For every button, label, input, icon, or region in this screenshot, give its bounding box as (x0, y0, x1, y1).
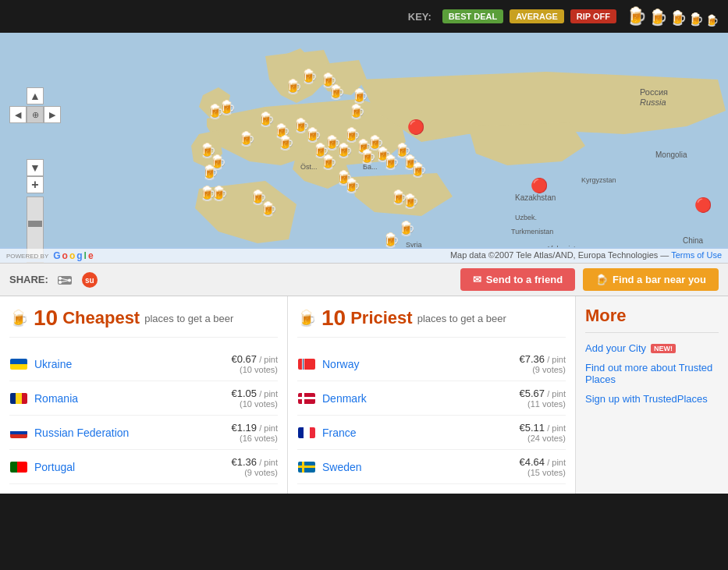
zoom-up-arrow[interactable]: ▲ (27, 87, 44, 104)
map-container: Zoom to your country to see city prices … (0, 33, 728, 263)
price-denmark: €5.67 / pint (11 votes) (503, 388, 566, 409)
country-norway[interactable]: Norway (322, 358, 497, 370)
map-marker-tr-2[interactable]: 🍺 (402, 193, 419, 210)
flag-romania (9, 392, 28, 405)
map-marker-1[interactable]: 🍺 (238, 130, 255, 147)
svg-text:Uzbek.: Uzbek. (515, 214, 537, 221)
priciest-title: 🍺 10 Priciest places to get a beer (297, 306, 566, 338)
terms-link[interactable]: Terms of Use (671, 250, 722, 260)
map-marker-2[interactable]: 🍺 (257, 111, 275, 128)
zoom-slider-thumb[interactable] (28, 221, 42, 227)
cheapest-row-3: Portugal €1.36 / pint (9 votes) (9, 450, 278, 484)
trusted-places-link[interactable]: Find out more about Trusted Places (585, 362, 719, 385)
beer-icon-2: 🍺 (648, 8, 668, 27)
new-badge: NEW! (651, 344, 676, 353)
priciest-row-0: Norway €7.36 / pint (9 votes) (297, 347, 566, 381)
map-marker-misc-4[interactable]: 🍺 (382, 232, 400, 249)
add-city-link[interactable]: Add your City NEW! (585, 342, 719, 354)
signup-link[interactable]: Sign up with TrustedPlaces (585, 393, 719, 405)
beer-icon-1: 🍺 (626, 6, 647, 27)
map-marker-ru-1[interactable]: 🔴 (407, 119, 424, 136)
map-marker-4[interactable]: 🍺 (277, 134, 294, 151)
map-marker-scan-1[interactable]: 🍺 (285, 78, 302, 95)
share-icon-generic[interactable] (56, 271, 73, 289)
svg-text:Russia: Russia (640, 97, 666, 107)
cheapest-row-0: Ukraine €0.67 / pint (10 votes) (9, 347, 278, 381)
zoom-controls: ▲ ◀ ⊕ ▶ ▼ + − (9, 87, 61, 263)
zoom-down-arrow[interactable]: ▼ (27, 159, 44, 176)
country-denmark[interactable]: Denmark (322, 392, 497, 405)
priciest-row-2: France €5.11 / pint (24 votes) (297, 416, 566, 450)
cheapest-panel: 🍺 10 Cheapest places to get a beer Ukrai… (0, 296, 288, 494)
key-label: KEY: (408, 11, 431, 23)
average-badge[interactable]: AVERAGE (510, 9, 564, 23)
zoom-center[interactable]: ⊕ (27, 106, 44, 123)
flag-portugal (9, 461, 28, 473)
best-deal-badge[interactable]: BEST DEAL (442, 9, 503, 23)
map-marker-se-2[interactable]: 🍺 (343, 177, 360, 194)
map-marker-ib-3[interactable]: 🍺 (201, 164, 218, 181)
priciest-icon: 🍺 (297, 309, 317, 327)
flag-denmark (297, 392, 316, 405)
map-marker-scan-5[interactable]: 🍺 (351, 87, 368, 104)
zoom-left[interactable]: ◀ (9, 106, 27, 123)
bar-icon: 🍺 (595, 274, 608, 285)
beer-icons: 🍺 🍺 🍺 🍺 🍺 (626, 6, 719, 27)
priciest-subtitle: places to get a beer (417, 313, 506, 324)
map-marker-pol2[interactable]: 🍺 (211, 185, 228, 202)
header: KEY: BEST DEAL AVERAGE RIP OFF 🍺 🍺 🍺 🍺 🍺 (0, 0, 728, 33)
stumbleupon-icon[interactable]: su (81, 271, 98, 289)
map-marker-scan-4[interactable]: 🍺 (328, 83, 345, 101)
more-panel: More Add your City NEW! Find out more ab… (576, 296, 728, 494)
priciest-row-1: Denmark €5.67 / pint (11 votes) (297, 381, 566, 416)
map-marker-6[interactable]: 🍺 (304, 126, 321, 143)
priciest-number: 10 (321, 306, 346, 331)
map-marker-8[interactable]: 🍺 (320, 154, 337, 171)
map-attribution: Map data ©2007 Tele Atlas/AND, Europa Te… (450, 250, 722, 261)
more-title: More (585, 306, 719, 333)
flag-ukraine (9, 358, 28, 370)
powered-by-text: POWERED BY (6, 253, 48, 260)
cheapest-word: Cheapest (62, 308, 140, 328)
country-portugal[interactable]: Portugal (34, 461, 209, 473)
country-france[interactable]: France (322, 427, 497, 439)
map-marker-china[interactable]: 🔴 (694, 196, 712, 214)
beer-icon-4: 🍺 (688, 12, 704, 27)
cheapest-row-2: Russian Federation €1.19 / pint (16 vote… (9, 416, 278, 450)
send-to-friend-button[interactable]: ✉ Send to a friend (460, 268, 575, 291)
flag-norway (297, 358, 316, 370)
country-sweden[interactable]: Sweden (322, 461, 497, 473)
find-bar-button[interactable]: 🍺 Find a bar near you (583, 268, 719, 291)
beer-icon-5: 🍺 (705, 14, 719, 27)
country-romania[interactable]: Romania (34, 392, 209, 405)
ripoff-badge[interactable]: RIP OFF (570, 9, 616, 23)
map-marker-bal[interactable]: 🍺 (348, 103, 365, 120)
price-france: €5.11 / pint (24 votes) (503, 422, 566, 443)
svg-text:China: China (683, 236, 704, 245)
send-icon: ✉ (473, 274, 481, 285)
cheapest-number: 10 (34, 306, 58, 331)
zoom-right[interactable]: ▶ (44, 106, 61, 123)
flag-sweden (297, 461, 316, 473)
price-ukraine: €0.67 / pint (10 votes) (215, 353, 278, 374)
zoom-nav: ◀ ⊕ ▶ (9, 106, 61, 158)
priciest-panel: 🍺 10 Priciest places to get a beer Norwa… (288, 296, 576, 494)
map-marker-10[interactable]: 🍺 (336, 142, 353, 159)
share-bar: SHARE: su ✉ Send to a friend 🍺 Find a ba… (0, 263, 728, 296)
map-marker-uk-2[interactable]: 🍺 (218, 99, 236, 116)
price-russia: €1.19 / pint (16 votes) (215, 422, 278, 443)
map-marker-scan-2[interactable]: 🍺 (300, 68, 318, 85)
map-marker-19[interactable]: 🍺 (410, 161, 427, 179)
flag-russia (9, 427, 28, 439)
zoom-plus-btn[interactable]: + (27, 176, 44, 193)
map-marker-misc-3[interactable]: 🍺 (398, 220, 415, 237)
country-ukraine[interactable]: Ukraine (34, 358, 209, 370)
price-sweden: €4.64 / pint (15 votes) (503, 456, 566, 477)
priciest-word: Priciest (350, 308, 413, 328)
map-marker-misc-2[interactable]: 🍺 (260, 200, 277, 218)
price-portugal: €1.36 / pint (9 votes) (215, 456, 278, 477)
country-russia[interactable]: Russian Federation (34, 427, 209, 439)
cheapest-title: 🍺 10 Cheapest places to get a beer (9, 306, 278, 338)
map-marker-fe-1[interactable]: 🔴 (531, 177, 548, 194)
map-footer: POWERED BY Google Map data ©2007 Tele At… (0, 249, 728, 263)
